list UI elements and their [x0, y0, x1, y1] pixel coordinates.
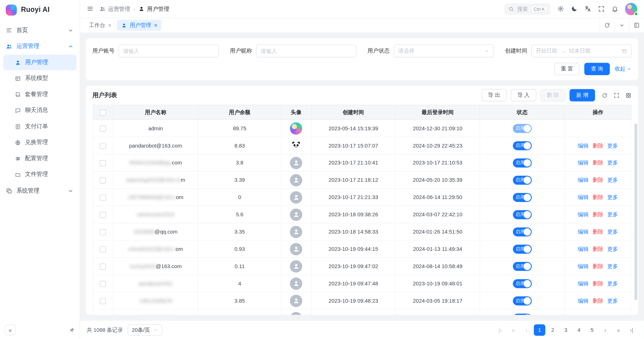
edit-link[interactable]: 编辑 [578, 297, 589, 303]
export-button[interactable]: 导 出 [481, 89, 506, 101]
page-button-2[interactable]: 2 [547, 324, 558, 336]
refresh-icon[interactable] [602, 92, 608, 98]
page-button-4[interactable]: 4 [573, 324, 585, 336]
user-status-select[interactable]: 请选择 [394, 44, 494, 58]
jump-back-button[interactable]: « [508, 324, 519, 336]
delete-link[interactable]: 删除 [593, 263, 603, 269]
refresh-icon[interactable] [599, 18, 614, 33]
more-link[interactable]: 更多 [607, 194, 618, 200]
delete-link[interactable]: 删除 [593, 246, 603, 252]
page-button-3[interactable]: 3 [560, 324, 572, 336]
status-toggle[interactable]: 启用 [513, 313, 531, 315]
delete-link[interactable]: 删除 [593, 315, 603, 315]
query-button[interactable]: 查 询 [585, 63, 610, 75]
close-icon[interactable]: × [154, 22, 157, 28]
delete-link[interactable]: 删除 [593, 159, 603, 166]
sidebar-item-system-management[interactable]: 系统管理 [0, 183, 80, 199]
sidebar-item-config-management[interactable]: 配置管理 [3, 151, 76, 166]
moon-icon[interactable] [571, 5, 578, 12]
page-button-1[interactable]: 1 [534, 324, 545, 336]
edit-link[interactable]: 编辑 [578, 229, 589, 235]
user-account-input[interactable] [119, 44, 219, 58]
row-checkbox[interactable] [100, 263, 106, 270]
close-icon[interactable]: × [108, 22, 111, 28]
edit-link[interactable]: 编辑 [578, 315, 589, 315]
translate-icon[interactable] [584, 5, 591, 12]
tab-workbench[interactable]: 工作台× [85, 20, 116, 31]
create-time-range[interactable]: 开始日期→结束日期 [531, 44, 631, 58]
next-page-button[interactable]: › [599, 324, 611, 336]
page-button-5[interactable]: 5 [586, 324, 598, 336]
chevron-down-icon[interactable] [614, 18, 629, 33]
last-page-button[interactable]: ›| [626, 324, 637, 336]
sidebar-item-exchange-management[interactable]: 兑换管理 [3, 135, 76, 150]
jump-forward-button[interactable]: » [613, 324, 624, 336]
pin-icon[interactable] [68, 327, 75, 333]
sidebar-item-system-model[interactable]: 系统模型 [3, 71, 76, 86]
status-toggle[interactable]: 启用 [513, 227, 531, 236]
sidebar-item-chat-messages[interactable]: 聊天消息 [3, 103, 76, 118]
edit-link[interactable]: 编辑 [578, 159, 589, 166]
delete-link[interactable]: 删除 [593, 142, 603, 148]
layout-icon[interactable] [629, 18, 644, 33]
edit-link[interactable]: 编辑 [578, 142, 589, 148]
reset-button[interactable]: 重 置 [554, 63, 580, 75]
row-checkbox[interactable] [100, 212, 106, 218]
more-link[interactable]: 更多 [607, 297, 618, 303]
row-checkbox[interactable] [100, 246, 106, 252]
more-link[interactable]: 更多 [607, 229, 618, 235]
edit-link[interactable]: 编辑 [578, 211, 589, 217]
delete-link[interactable]: 删除 [593, 177, 603, 183]
sidebar-item-payment-orders[interactable]: 支付订单 [3, 119, 76, 134]
user-nickname-input[interactable] [256, 44, 356, 58]
sidebar-item-home[interactable]: 首页 [0, 22, 80, 38]
status-toggle[interactable]: 启用 [513, 141, 531, 150]
delete-link[interactable]: 删除 [593, 229, 603, 235]
row-checkbox[interactable] [100, 143, 106, 149]
row-checkbox[interactable] [100, 298, 106, 304]
row-checkbox[interactable] [100, 160, 106, 166]
sidebar-item-user-management[interactable]: 用户管理 [3, 55, 76, 70]
breadcrumb-item-user-management[interactable]: 用户管理 [139, 5, 170, 13]
more-link[interactable]: 更多 [607, 177, 618, 183]
more-link[interactable]: 更多 [607, 159, 618, 166]
status-toggle[interactable]: 启用 [513, 193, 531, 202]
sidebar-item-file-management[interactable]: 文件管理 [3, 167, 76, 182]
more-link[interactable]: 更多 [607, 142, 618, 148]
prev-page-button[interactable]: ‹ [521, 324, 532, 336]
fullscreen-icon[interactable] [613, 92, 620, 98]
more-link[interactable]: 更多 [607, 263, 618, 269]
sidebar-collapse-button[interactable]: « [5, 325, 16, 335]
status-toggle[interactable]: 启用 [513, 262, 531, 271]
first-page-button[interactable]: |‹ [494, 324, 506, 336]
status-toggle[interactable]: 启用 [513, 124, 531, 133]
settings-icon[interactable] [557, 5, 564, 12]
tab-user-management[interactable]: 用户管理× [117, 20, 161, 31]
delete-link[interactable]: 删除 [593, 211, 603, 217]
edit-link[interactable]: 编辑 [578, 246, 589, 252]
row-checkbox[interactable] [100, 194, 106, 200]
page-size-select[interactable]: 20条/页 [128, 324, 162, 336]
bell-icon[interactable] [612, 5, 618, 12]
delete-link[interactable]: 删除 [593, 280, 603, 286]
status-toggle[interactable]: 启用 [513, 210, 531, 219]
delete-link[interactable]: 删除 [593, 194, 603, 200]
import-button[interactable]: 导 入 [511, 89, 536, 101]
row-checkbox[interactable] [100, 229, 106, 235]
delete-button[interactable]: 删 除 [540, 89, 566, 101]
grid-icon[interactable] [625, 92, 631, 98]
hamburger-menu-icon[interactable] [87, 5, 94, 12]
select-all-checkbox[interactable] [100, 109, 106, 116]
fullscreen-icon[interactable] [598, 5, 605, 12]
more-link[interactable]: 更多 [607, 246, 618, 252]
sidebar-item-operations[interactable]: 运营管理 [0, 38, 80, 54]
status-toggle[interactable]: 启用 [513, 296, 531, 305]
collapse-filter-link[interactable]: 收起 [615, 65, 632, 73]
more-link[interactable]: 更多 [607, 315, 618, 315]
status-toggle[interactable]: 启用 [513, 244, 531, 253]
status-toggle[interactable]: 启用 [513, 176, 531, 185]
row-checkbox[interactable] [100, 126, 106, 132]
global-search[interactable]: 搜索 Ctrl K [504, 3, 550, 15]
edit-link[interactable]: 编辑 [578, 177, 589, 183]
user-avatar[interactable] [625, 3, 637, 15]
